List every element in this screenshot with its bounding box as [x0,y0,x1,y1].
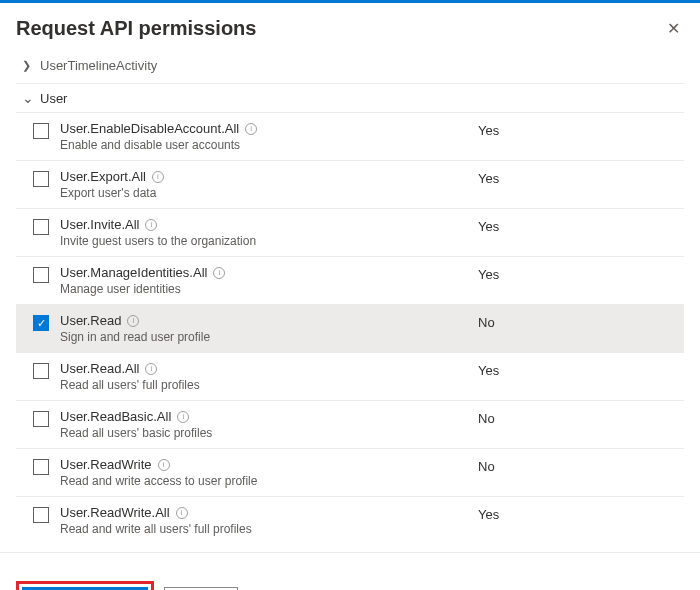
permission-row: ✓User.ReadiSign in and read user profile… [16,304,684,352]
highlight-annotation: Add permissions [16,581,154,590]
chevron-right-icon: ❯ [22,59,34,72]
permission-description: Read and write all users' full profiles [60,522,470,536]
info-icon[interactable]: i [145,219,157,231]
permission-checkbox[interactable] [33,507,49,523]
admin-consent-value: Yes [478,361,678,378]
admin-consent-value: No [478,313,678,330]
permission-text: User.Read.AlliRead all users' full profi… [60,361,478,392]
checkbox-wrap [22,169,60,187]
close-icon[interactable]: ✕ [663,15,684,42]
permission-name: User.Read.Alli [60,361,470,376]
permission-checkbox[interactable] [33,171,49,187]
permission-text: User.ReadBasic.AlliRead all users' basic… [60,409,478,440]
checkbox-wrap [22,409,60,427]
permission-description: Manage user identities [60,282,470,296]
permission-name-text: User.ManageIdentities.All [60,265,207,280]
permission-row: User.ReadWriteiRead and write access to … [16,448,684,496]
permission-row: User.ReadWrite.AlliRead and write all us… [16,496,684,544]
permission-name-text: User.ReadBasic.All [60,409,171,424]
permission-description: Invite guest users to the organization [60,234,470,248]
permission-name: User.ManageIdentities.Alli [60,265,470,280]
info-icon[interactable]: i [176,507,188,519]
group-label: UserTimelineActivity [40,58,157,73]
permission-list: User.EnableDisableAccount.AlliEnable and… [16,112,684,544]
permission-text: User.ReadWriteiRead and write access to … [60,457,478,488]
checkbox-wrap [22,121,60,139]
permission-text: User.EnableDisableAccount.AlliEnable and… [60,121,478,152]
permission-text: User.ManageIdentities.AlliManage user id… [60,265,478,296]
checkbox-wrap [22,457,60,475]
permission-name: User.Export.Alli [60,169,470,184]
admin-consent-value: Yes [478,265,678,282]
info-icon[interactable]: i [213,267,225,279]
permission-name: User.ReadBasic.Alli [60,409,470,424]
permission-row: User.Export.AlliExport user's dataYes [16,160,684,208]
permission-checkbox[interactable] [33,219,49,235]
admin-consent-value: Yes [478,505,678,522]
checkbox-wrap [22,217,60,235]
panel-title: Request API permissions [16,17,256,40]
admin-consent-value: Yes [478,217,678,234]
permission-name-text: User.ReadWrite.All [60,505,170,520]
admin-consent-value: Yes [478,169,678,186]
chevron-down-icon: ⌄ [22,90,34,106]
panel-header: Request API permissions ✕ [0,3,700,52]
permission-name-text: User.Invite.All [60,217,139,232]
permission-name-text: User.Export.All [60,169,146,184]
permission-row: User.Read.AlliRead all users' full profi… [16,352,684,400]
group-label: User [40,91,67,106]
info-icon[interactable]: i [177,411,189,423]
info-icon[interactable]: i [245,123,257,135]
permission-checkbox[interactable]: ✓ [33,315,49,331]
permission-checkbox[interactable] [33,411,49,427]
permission-name: User.ReadWrite.Alli [60,505,470,520]
permission-description: Enable and disable user accounts [60,138,470,152]
permission-row: User.Invite.AlliInvite guest users to th… [16,208,684,256]
permission-name-text: User.Read.All [60,361,139,376]
checkbox-wrap [22,265,60,283]
admin-consent-value: No [478,409,678,426]
admin-consent-value: Yes [478,121,678,138]
permission-name: User.EnableDisableAccount.Alli [60,121,470,136]
permission-checkbox[interactable] [33,267,49,283]
info-icon[interactable]: i [145,363,157,375]
footer: Add permissions Discard [0,553,700,590]
group-user[interactable]: ⌄ User [0,84,700,112]
permission-row: User.ReadBasic.AlliRead all users' basic… [16,400,684,448]
info-icon[interactable]: i [127,315,139,327]
permission-row: User.EnableDisableAccount.AlliEnable and… [16,112,684,160]
permission-name: User.ReadWritei [60,457,470,472]
permission-text: User.ReadWrite.AlliRead and write all us… [60,505,478,536]
permission-name-text: User.Read [60,313,121,328]
info-icon[interactable]: i [158,459,170,471]
permission-text: User.Export.AlliExport user's data [60,169,478,200]
permission-name: User.Readi [60,313,470,328]
permission-name-text: User.EnableDisableAccount.All [60,121,239,136]
permission-checkbox[interactable] [33,363,49,379]
info-icon[interactable]: i [152,171,164,183]
permission-description: Read all users' basic profiles [60,426,470,440]
permission-name: User.Invite.Alli [60,217,470,232]
permission-name-text: User.ReadWrite [60,457,152,472]
permission-row: User.ManageIdentities.AlliManage user id… [16,256,684,304]
admin-consent-value: No [478,457,678,474]
group-usertimelineactivity[interactable]: ❯ UserTimelineActivity [0,52,700,79]
permission-text: User.Invite.AlliInvite guest users to th… [60,217,478,248]
permission-checkbox[interactable] [33,459,49,475]
checkbox-wrap [22,505,60,523]
checkbox-wrap [22,361,60,379]
permission-description: Sign in and read user profile [60,330,470,344]
checkbox-wrap: ✓ [22,313,60,331]
permission-text: User.ReadiSign in and read user profile [60,313,478,344]
permission-description: Read all users' full profiles [60,378,470,392]
permission-checkbox[interactable] [33,123,49,139]
permission-description: Export user's data [60,186,470,200]
permission-description: Read and write access to user profile [60,474,470,488]
